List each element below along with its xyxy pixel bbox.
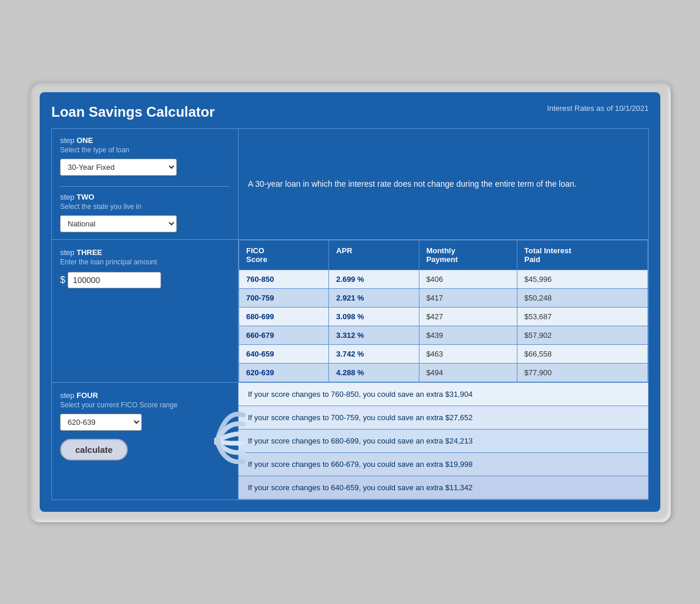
loan-input-row: $ bbox=[60, 272, 230, 288]
cell-monthly: $406 bbox=[419, 270, 517, 289]
col-header-total: Total InterestPaid bbox=[517, 240, 648, 270]
dollar-sign: $ bbox=[60, 275, 65, 285]
table-row: 760-850 2.699 % $406 $45,996 bbox=[239, 270, 648, 289]
cell-monthly: $417 bbox=[419, 289, 517, 308]
table-row: 700-759 2.921 % $417 $50,248 bbox=[239, 289, 648, 308]
savings-message-item: If your score changes to 760-850, you co… bbox=[239, 383, 648, 406]
cell-monthly: $439 bbox=[419, 326, 517, 345]
savings-messages-list: If your score changes to 760-850, you co… bbox=[239, 383, 648, 500]
cell-fico: 660-679 bbox=[239, 326, 329, 345]
cell-apr: 4.288 % bbox=[329, 364, 419, 382]
table-row: 640-659 3.742 % $463 $66,558 bbox=[239, 345, 648, 364]
rates-table: FICOScore APR MonthlyPayment Total Inter… bbox=[239, 240, 648, 382]
step-one-label: step ONE bbox=[60, 136, 230, 145]
savings-right: If your score changes to 760-850, you co… bbox=[239, 383, 648, 500]
cell-monthly: $427 bbox=[419, 308, 517, 326]
header-row: Loan Savings Calculator Interest Rates a… bbox=[51, 104, 649, 120]
cell-apr: 3.098 % bbox=[329, 308, 419, 326]
cell-total: $66,558 bbox=[517, 345, 648, 364]
cell-total: $45,996 bbox=[517, 270, 648, 289]
cell-fico: 620-639 bbox=[239, 364, 329, 382]
step-four-row: step FOUR Select your current FICO Score… bbox=[51, 383, 649, 500]
steps-one-two: step ONE Select the type of loan 30-Year… bbox=[51, 128, 649, 240]
interest-rate-note: Interest Rates as of 10/1/2021 bbox=[547, 104, 649, 113]
fico-range-select[interactable]: 760-850 700-759 680-699 660-679 640-659 … bbox=[60, 414, 142, 431]
cell-apr: 3.312 % bbox=[329, 326, 419, 345]
app-title: Loan Savings Calculator bbox=[51, 104, 215, 120]
step-one-bold: ONE bbox=[76, 136, 93, 145]
step-three-left: step THREE Enter the loan principal amou… bbox=[52, 240, 239, 382]
cell-fico: 680-699 bbox=[239, 308, 329, 326]
cell-fico: 640-659 bbox=[239, 345, 329, 364]
step-divider bbox=[60, 186, 230, 187]
step-two-subtitle: Select the state you live in bbox=[60, 203, 230, 211]
step-two-label: step TWO bbox=[60, 193, 230, 201]
col-header-monthly: MonthlyPayment bbox=[419, 240, 517, 270]
savings-message-item: If your score changes to 700-759, you co… bbox=[239, 406, 648, 430]
step-four-bold: FOUR bbox=[76, 391, 98, 400]
fan-decoration bbox=[214, 403, 246, 479]
loan-amount-input[interactable] bbox=[68, 272, 161, 288]
cell-apr: 2.921 % bbox=[329, 289, 419, 308]
step-two-bold: TWO bbox=[76, 193, 94, 201]
step-three-subtitle: Enter the loan principal amount bbox=[60, 258, 230, 266]
col-header-fico: FICOScore bbox=[239, 240, 329, 270]
inner-container: Loan Savings Calculator Interest Rates a… bbox=[40, 92, 660, 512]
loan-type-select[interactable]: 30-Year Fixed 15-Year Fixed 5/1 ARM 3/1 … bbox=[60, 159, 177, 176]
calculate-button[interactable]: calculate bbox=[60, 439, 128, 460]
step-three-label: step THREE bbox=[60, 248, 230, 257]
step-three-row: step THREE Enter the loan principal amou… bbox=[51, 240, 649, 383]
cell-total: $50,248 bbox=[517, 289, 648, 308]
step-four-subtitle: Select your current FICO Score range bbox=[60, 401, 230, 409]
step-one-subtitle: Select the type of loan bbox=[60, 146, 230, 154]
cell-total: $77,900 bbox=[517, 364, 648, 382]
state-select[interactable]: National Alabama Alaska Arizona Arkansas… bbox=[60, 215, 177, 232]
table-row: 660-679 3.312 % $439 $57,902 bbox=[239, 326, 648, 345]
cell-apr: 2.699 % bbox=[329, 270, 419, 289]
savings-message-item: If your score changes to 680-699, you co… bbox=[239, 430, 648, 453]
table-row: 620-639 4.288 % $494 $77,900 bbox=[239, 364, 648, 382]
outer-frame: Loan Savings Calculator Interest Rates a… bbox=[29, 82, 671, 522]
loan-type-description: A 30-year loan in which the interest rat… bbox=[248, 178, 576, 190]
step-four-left: step FOUR Select your current FICO Score… bbox=[52, 383, 239, 500]
step-one-left: step ONE Select the type of loan 30-Year… bbox=[52, 129, 239, 239]
savings-message-item: If your score changes to 640-659, you co… bbox=[239, 476, 648, 500]
savings-message-item: If your score changes to 660-679, you co… bbox=[239, 453, 648, 476]
cell-apr: 3.742 % bbox=[329, 345, 419, 364]
cell-total: $57,902 bbox=[517, 326, 648, 345]
step-three-bold: THREE bbox=[76, 248, 102, 257]
step-four-label: step FOUR bbox=[60, 391, 230, 400]
cell-fico: 760-850 bbox=[239, 270, 329, 289]
table-row: 680-699 3.098 % $427 $53,687 bbox=[239, 308, 648, 326]
cell-monthly: $463 bbox=[419, 345, 517, 364]
cell-monthly: $494 bbox=[419, 364, 517, 382]
col-header-apr: APR bbox=[329, 240, 419, 270]
step-one-description-area: A 30-year loan in which the interest rat… bbox=[239, 129, 648, 239]
cell-fico: 700-759 bbox=[239, 289, 329, 308]
cell-total: $53,687 bbox=[517, 308, 648, 326]
